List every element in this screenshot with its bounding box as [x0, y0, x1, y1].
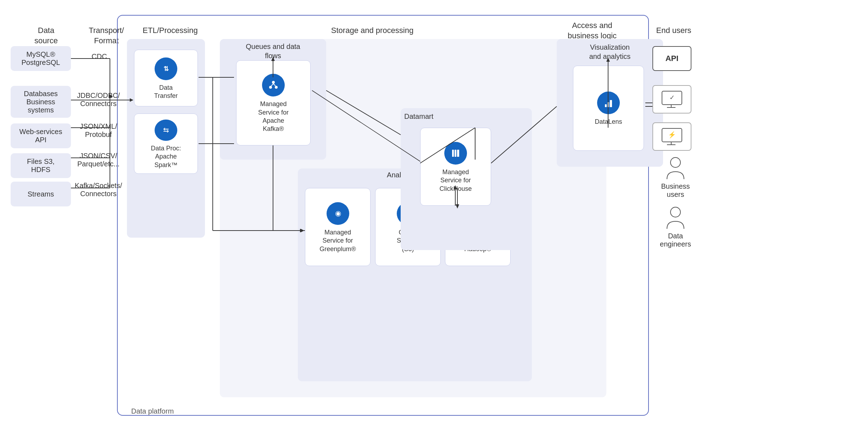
kafka-label: ManagedService forApacheKafka® [258, 100, 289, 133]
svg-point-35 [671, 207, 680, 217]
greenplum-svg: ◉ [332, 207, 344, 220]
data-transfer-label: DataTransfer [154, 84, 178, 100]
datalens-svg [602, 96, 615, 109]
transport-kafka-sockets: Kafka/Sockets/Connectors [73, 182, 124, 198]
data-engineers: Dataengineers [652, 206, 699, 248]
svg-rect-25 [610, 100, 612, 107]
transfer-svg: ⇅ [160, 62, 172, 75]
source-databases: DatabasesBusinesssystems [11, 86, 71, 118]
source-mysql: MySQL®PostgreSQL [11, 46, 71, 71]
kafka-svg [267, 79, 280, 92]
api-box: API [652, 46, 691, 71]
business-users-label: Businessusers [661, 182, 690, 199]
clickhouse-label: ManagedService forClickHouse [439, 168, 472, 193]
source-streams: Streams [11, 182, 71, 206]
viz-label: Visualizationand analytics [560, 43, 660, 61]
transport-cdc: CDC [74, 52, 124, 61]
svg-text:⇆: ⇆ [163, 126, 169, 134]
greenplum-label: ManagedService forGreenplum® [319, 228, 356, 253]
svg-rect-23 [605, 104, 607, 107]
api-label: API [666, 54, 679, 63]
service-clickhouse: ManagedService forClickHouse [420, 128, 491, 206]
svg-point-7 [275, 86, 278, 89]
service-data-transfer: ⇅ DataTransfer [134, 50, 198, 106]
svg-rect-24 [607, 102, 609, 107]
data-proc-spark-label: Data Proc:ApacheSpark™ [151, 144, 181, 169]
service-data-proc-spark: ⇆ Data Proc:ApacheSpark™ [134, 114, 198, 174]
data-engineers-label: Dataengineers [660, 232, 691, 248]
kafka-icon [262, 74, 285, 96]
service-kafka: ManagedService forApacheKafka® [236, 60, 311, 145]
svg-point-5 [272, 81, 275, 84]
datalens-label: DataLens [595, 118, 622, 126]
clickhouse-svg [449, 147, 462, 160]
svg-text:✓: ✓ [669, 94, 675, 101]
business-users: Businessusers [652, 156, 699, 199]
svg-rect-20 [455, 150, 456, 157]
svg-rect-21 [457, 150, 459, 157]
header-end-users: End users [645, 26, 702, 36]
data-engineers-icon [665, 206, 686, 231]
transport-jdbc: JDBC/ODBC/Connectors [73, 92, 124, 108]
spark-icon: ⇆ [155, 120, 177, 141]
source-files: Files S3,HDFS [11, 153, 71, 178]
queues-label: Queues and dataflows [223, 42, 323, 60]
transport-json-csv: JSON/CSV/Parquet/etc... [73, 152, 124, 168]
platform-label: Data platform [131, 407, 174, 415]
greenplum-icon: ◉ [327, 202, 349, 225]
source-webservices: Web-servicesAPI [11, 123, 71, 148]
monitor-1-svg: ✓ [661, 90, 683, 108]
header-data-source: Datasource [14, 26, 78, 46]
svg-text:◉: ◉ [335, 209, 341, 217]
business-users-icon [665, 156, 686, 181]
service-datalens: DataLens [573, 66, 644, 151]
svg-text:⚡: ⚡ [668, 131, 676, 139]
monitor-2: ⚡ [652, 122, 691, 151]
transport-json-xml: JSON/XML/Protobuf [73, 122, 124, 139]
svg-rect-19 [452, 150, 454, 157]
transfer-icon: ⇅ [155, 57, 177, 80]
monitor-2-svg: ⚡ [661, 128, 683, 145]
diagram-container: Datasource Transport/Format ETL/Processi… [0, 0, 868, 437]
service-greenplum: ◉ ManagedService forGreenplum® [305, 188, 371, 266]
svg-text:⇅: ⇅ [163, 65, 169, 72]
monitor-1: ✓ [652, 85, 691, 114]
datamart-label: Datamart [404, 112, 528, 121]
spark-svg: ⇆ [160, 124, 172, 137]
svg-point-34 [671, 157, 680, 167]
datalens-icon [597, 92, 620, 114]
svg-point-6 [269, 86, 272, 89]
clickhouse-icon [444, 142, 467, 165]
